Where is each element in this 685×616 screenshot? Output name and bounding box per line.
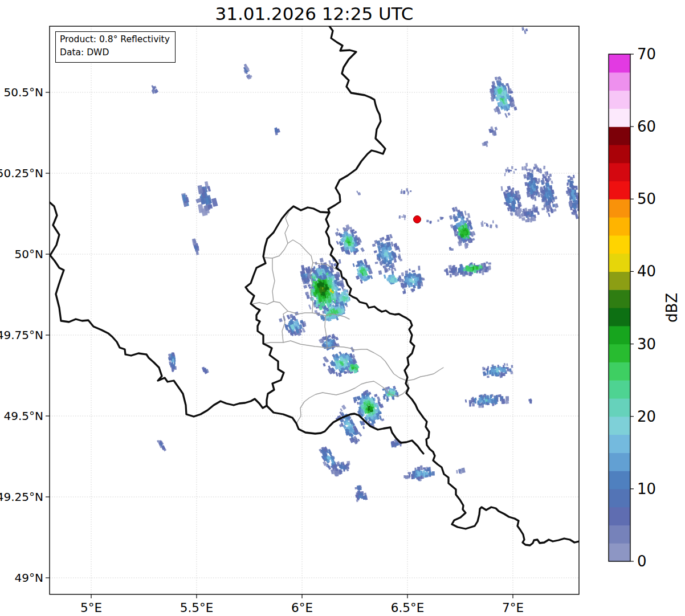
y-tick-label: 49.75°N xyxy=(0,328,43,342)
x-tick-label: 5°E xyxy=(80,601,102,615)
colorbar-tick-label: 10 xyxy=(637,480,656,497)
colorbar-tick-label: 30 xyxy=(637,336,656,353)
y-tick-label: 49.25°N xyxy=(0,490,43,504)
product-line: Product: 0.8° Reflectivity xyxy=(60,33,170,46)
colorbar-tick-label: 60 xyxy=(637,118,656,135)
y-tick-label: 50.25°N xyxy=(0,166,43,180)
colorbar: 010203040506070 xyxy=(609,46,656,570)
data-source-line: Data: DWD xyxy=(60,46,170,59)
reflectivity-echoes xyxy=(151,27,581,502)
colorbar-label: dBZ xyxy=(663,293,680,323)
y-tick-label: 49.5°N xyxy=(4,409,44,423)
axis-tick-labels: 5°E5.5°E6°E6.5°E7°E50.5°N50.25°N50°N49.7… xyxy=(0,85,524,615)
colorbar-tick-label: 20 xyxy=(637,408,656,425)
colorbar-tick-label: 50 xyxy=(637,190,656,207)
radar-site-marker xyxy=(414,216,421,223)
map-plot-area: 5°E5.5°E6°E6.5°E7°E50.5°N50.25°N50°N49.7… xyxy=(0,0,685,616)
colorbar-tick-label: 40 xyxy=(637,263,656,280)
y-tick-label: 50.5°N xyxy=(4,85,44,99)
x-tick-label: 6°E xyxy=(291,601,313,615)
y-tick-label: 50°N xyxy=(15,247,43,261)
radar-map-figure: 31.01.2026 12:25 UTC 5°E5.5°E6°E6.5°E7°E… xyxy=(0,0,685,616)
x-tick-label: 5.5°E xyxy=(180,601,214,615)
product-info-box: Product: 0.8° Reflectivity Data: DWD xyxy=(55,31,176,63)
axis-tick-marks xyxy=(46,92,513,598)
colorbar-tick-label: 70 xyxy=(637,46,656,63)
x-tick-label: 7°E xyxy=(502,601,524,615)
colorbar-tick-label: 0 xyxy=(637,553,647,570)
y-tick-label: 49°N xyxy=(15,571,43,585)
x-tick-label: 6.5°E xyxy=(391,601,425,615)
